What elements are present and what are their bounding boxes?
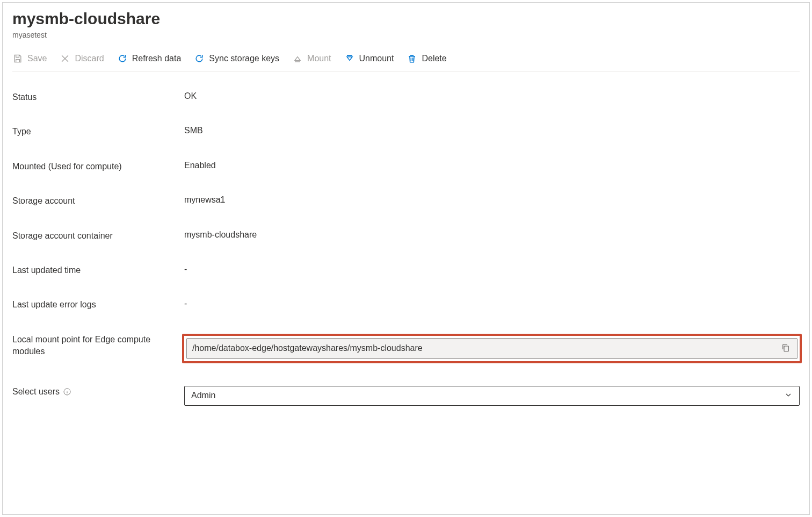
share-details-panel: mysmb-cloudshare myasetest Save Discard — [2, 2, 810, 515]
discard-icon — [60, 53, 70, 64]
mount-label: Mount — [307, 54, 331, 63]
properties-section: Status OK Type SMB Mounted (Used for com… — [12, 91, 800, 406]
panel-header: mysmb-cloudshare myasetest — [12, 9, 800, 39]
type-row: Type SMB — [12, 126, 800, 138]
copy-icon — [781, 346, 791, 354]
refresh-icon — [117, 53, 128, 64]
storage-account-row: Storage account mynewsa1 — [12, 195, 800, 207]
discard-label: Discard — [75, 54, 104, 63]
mount-icon — [292, 53, 303, 64]
storage-container-value: mysmb-cloudshare — [184, 230, 800, 240]
refresh-button[interactable]: Refresh data — [117, 52, 182, 65]
mount-point-label: Local mount point for Edge compute modul… — [12, 334, 184, 358]
close-button[interactable] — [795, 9, 800, 26]
delete-label: Delete — [422, 54, 446, 63]
page-subtitle: myasetest — [12, 31, 160, 39]
last-updated-label: Last updated time — [12, 264, 184, 276]
mounted-row: Mounted (Used for compute) Enabled — [12, 161, 800, 173]
select-users-dropdown[interactable]: Admin — [184, 386, 800, 406]
sync-button[interactable]: Sync storage keys — [194, 52, 279, 65]
type-label: Type — [12, 126, 184, 138]
sync-label: Sync storage keys — [209, 54, 279, 63]
select-users-row: Select users Admin — [12, 386, 800, 406]
info-icon[interactable] — [63, 387, 71, 396]
sync-icon — [194, 53, 205, 64]
select-users-value: Admin — [191, 391, 215, 400]
mount-point-highlight: /home/databox-edge/hostgatewayshares/mys… — [182, 334, 802, 363]
delete-button[interactable]: Delete — [407, 52, 446, 65]
type-value: SMB — [184, 126, 800, 135]
save-button: Save — [12, 52, 47, 65]
title-block: mysmb-cloudshare myasetest — [12, 9, 160, 39]
last-error-value: - — [184, 299, 800, 308]
save-icon — [12, 53, 23, 64]
status-label: Status — [12, 91, 184, 103]
mounted-value: Enabled — [184, 161, 800, 170]
save-label: Save — [27, 54, 47, 63]
discard-button: Discard — [60, 52, 104, 65]
delete-icon — [407, 53, 417, 64]
storage-account-label: Storage account — [12, 195, 184, 207]
select-users-label: Select users — [12, 386, 184, 398]
status-row: Status OK — [12, 91, 800, 103]
last-updated-value: - — [184, 264, 800, 274]
mount-button: Mount — [292, 52, 331, 65]
mount-point-value: /home/databox-edge/hostgatewayshares/mys… — [192, 343, 780, 353]
unmount-button[interactable]: Unmount — [344, 52, 394, 65]
last-error-row: Last update error logs - — [12, 299, 800, 311]
last-error-label: Last update error logs — [12, 299, 184, 311]
storage-container-row: Storage account container mysmb-cloudsha… — [12, 230, 800, 242]
mount-point-row: Local mount point for Edge compute modul… — [12, 334, 800, 363]
copy-button[interactable] — [780, 342, 792, 355]
unmount-label: Unmount — [359, 54, 394, 63]
toolbar: Save Discard Refresh data Sync storage k… — [12, 52, 800, 72]
status-value: OK — [184, 91, 800, 101]
svg-rect-0 — [784, 346, 788, 351]
last-updated-row: Last updated time - — [12, 264, 800, 276]
refresh-label: Refresh data — [132, 54, 182, 63]
page-title: mysmb-cloudshare — [12, 9, 160, 28]
storage-container-label: Storage account container — [12, 230, 184, 242]
unmount-icon — [344, 53, 355, 64]
chevron-down-icon — [784, 391, 793, 401]
storage-account-value: mynewsa1 — [184, 195, 800, 205]
mounted-label: Mounted (Used for compute) — [12, 161, 184, 173]
mount-point-field: /home/databox-edge/hostgatewayshares/mys… — [186, 338, 798, 359]
